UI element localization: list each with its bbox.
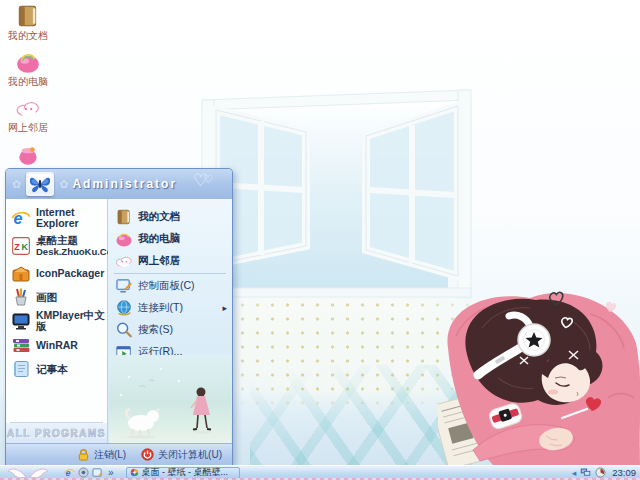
avatar[interactable] [26, 172, 54, 196]
quick-launch-media-player-icon[interactable] [78, 467, 89, 478]
svg-text:K: K [22, 242, 29, 252]
wallpaper-app-icon [130, 468, 139, 477]
start-button[interactable] [6, 466, 56, 479]
network-places-icon [115, 252, 133, 270]
menu-item-connect-to[interactable]: 连接到(T) ▸ [108, 297, 232, 319]
recycle-bin-icon [14, 141, 42, 167]
tray-scheduler-icon[interactable] [595, 467, 606, 478]
menu-item-my-computer[interactable]: 我的电脑 [108, 228, 232, 250]
my-documents-icon [115, 208, 133, 226]
start-menu-footer: 注销(L) 关闭计算机(U) [6, 443, 232, 465]
menu-item-label: 搜索(S) [138, 323, 173, 337]
iconpackager-icon [11, 263, 31, 283]
start-menu-header: ✿ ✿ Administrator ♡♡ [6, 169, 232, 199]
menu-item-notepad[interactable]: 记事本 [6, 357, 107, 381]
taskbar-window-button[interactable]: 桌面 - 壁纸 - 桌酷壁... [126, 467, 240, 479]
butterfly-icon [28, 174, 52, 194]
submenu-arrow-icon: ▸ [222, 303, 227, 313]
menu-spacer [6, 381, 107, 422]
quick-launch-overflow-chevron[interactable]: » [108, 467, 114, 478]
quick-launch: e » [64, 467, 114, 478]
log-off-label: 注销(L) [94, 448, 126, 462]
start-menu-places-list: 我的文档 我的电脑 [108, 199, 232, 443]
turn-off-computer-button[interactable]: 关闭计算机(U) [141, 448, 222, 462]
menu-item-label: 我的电脑 [138, 232, 180, 246]
taskbar-window-button-label: 桌面 - 壁纸 - 桌酷壁... [142, 466, 229, 479]
menu-item-winrar[interactable]: WinRAR [6, 333, 107, 357]
tray-collapse-arrow-icon[interactable]: ◂ [572, 468, 577, 478]
desktop-icon-network-places[interactable]: 网上邻居 [2, 95, 54, 133]
menu-item-internet-explorer[interactable]: e Internet Explorer [6, 205, 107, 231]
menu-item-label: WinRAR [36, 340, 78, 351]
paint-icon [11, 287, 31, 307]
my-documents-icon [14, 3, 42, 29]
start-menu-body: e Internet Explorer Z K 桌酷主题Desk.ZhuoKu.… [6, 199, 232, 443]
menu-item-label: IconPackager [36, 268, 104, 279]
svg-text:Z: Z [14, 242, 20, 252]
menu-item-label: 控制面板(C) [138, 279, 195, 293]
menu-item-zhuoku-theme[interactable]: Z K 桌酷主题Desk.ZhuoKu.Com [6, 231, 107, 261]
menu-item-label: 画图 [36, 292, 57, 303]
menu-item-label: 连接到(T) [138, 301, 183, 315]
my-computer-icon [115, 230, 133, 248]
system-tray: ◂ 23:09 [572, 466, 636, 479]
internet-explorer-icon: e [11, 208, 31, 228]
menu-item-label: 网上邻居 [138, 254, 180, 268]
taskbar-clock: 23:09 [612, 467, 636, 478]
desktop-icon-label: 网上邻居 [2, 122, 54, 133]
show-desktop-icon[interactable] [92, 467, 103, 478]
angel-wings-icon [6, 467, 50, 479]
taskbar: e » [0, 465, 640, 480]
menu-item-iconpackager[interactable]: IconPackager [6, 261, 107, 285]
desktop-icon-label: 我的电脑 [2, 76, 54, 87]
menu-item-kmplayer[interactable]: KMPlayer中文版 [6, 309, 107, 333]
desktop-icon-my-computer[interactable]: 我的电脑 [2, 49, 54, 87]
menu-separator [114, 273, 226, 274]
menu-item-label: 我的文档 [138, 210, 180, 224]
flower-decoration-icon: ✿ [59, 178, 68, 191]
anime-girl-art [438, 288, 640, 465]
girl-walking-dog-art [108, 355, 232, 443]
flower-decoration-icon: ✿ [12, 178, 21, 191]
search-icon [115, 321, 133, 339]
svg-text:e: e [14, 209, 23, 227]
menu-item-label: 记事本 [36, 364, 68, 375]
lock-icon [77, 448, 90, 461]
quick-launch-ie-icon[interactable]: e [64, 467, 75, 478]
menu-item-paint[interactable]: 画图 [6, 285, 107, 309]
connect-to-icon [115, 299, 133, 317]
kmplayer-icon [11, 311, 31, 331]
winrar-icon [11, 335, 31, 355]
log-off-button[interactable]: 注销(L) [77, 448, 126, 462]
start-menu: ✿ ✿ Administrator ♡♡ e [5, 168, 233, 465]
menu-item-search[interactable]: 搜索(S) [108, 319, 232, 341]
desktop-icon-label: 我的文档 [2, 30, 54, 41]
turn-off-label: 关闭计算机(U) [158, 448, 222, 462]
all-programs-button[interactable]: ALL PROGRAMS [6, 423, 107, 443]
menu-item-label: KMPlayer中文版 [36, 310, 107, 332]
start-menu-pinned-list: e Internet Explorer Z K 桌酷主题Desk.ZhuoKu.… [6, 199, 108, 443]
control-panel-icon [115, 277, 133, 295]
my-computer-icon [14, 49, 42, 75]
desktop-icon-recycle-bin[interactable] [2, 141, 54, 168]
all-programs-label: ALL PROGRAMS [7, 428, 106, 439]
notepad-icon [11, 359, 31, 379]
user-name: Administrator [72, 177, 177, 191]
menu-item-label: Internet Explorer [36, 207, 107, 229]
hearts-decoration-icon: ♡♡ [193, 170, 218, 191]
power-icon [141, 448, 154, 461]
zhuoku-icon: Z K [11, 236, 31, 256]
tray-network-icon[interactable] [580, 467, 591, 478]
menu-item-control-panel[interactable]: 控制面板(C) [108, 275, 232, 297]
desktop-icon-my-documents[interactable]: 我的文档 [2, 3, 54, 41]
desktop: 我的文档 我的电脑 网上邻居 ✿ [0, 0, 640, 480]
svg-text:e: e [65, 468, 70, 478]
menu-item-my-documents[interactable]: 我的文档 [108, 206, 232, 228]
menu-item-network-places[interactable]: 网上邻居 [108, 250, 232, 272]
network-places-icon [14, 95, 42, 121]
